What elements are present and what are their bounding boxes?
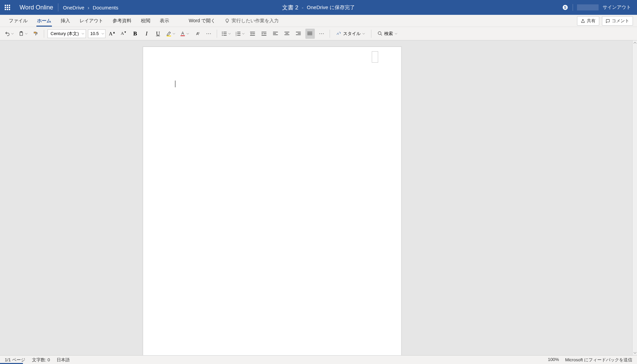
tab-layout[interactable]: レイアウト xyxy=(75,15,108,27)
scroll-down-button[interactable] xyxy=(633,351,637,355)
svg-text:3: 3 xyxy=(236,35,237,36)
separator xyxy=(217,30,217,38)
format-painter-icon xyxy=(33,31,38,36)
chevron-down-icon xyxy=(173,32,175,35)
justify-button[interactable] xyxy=(305,29,315,39)
ellipsis-icon: ⋯ xyxy=(319,30,324,37)
align-left-button[interactable] xyxy=(271,29,280,39)
search-button[interactable]: 検索 xyxy=(375,29,400,39)
skype-button[interactable]: S xyxy=(562,4,569,11)
svg-rect-2 xyxy=(9,5,10,6)
vertical-scrollbar[interactable] xyxy=(632,40,637,355)
user-account-box[interactable] xyxy=(577,4,599,10)
tab-insert[interactable]: 挿入 xyxy=(56,15,75,27)
align-center-button[interactable] xyxy=(282,29,292,39)
svg-rect-37 xyxy=(273,34,278,35)
justify-icon xyxy=(307,31,313,36)
svg-rect-4 xyxy=(7,7,8,8)
underline-button[interactable]: U xyxy=(153,29,163,39)
lightbulb-icon xyxy=(225,19,230,23)
svg-rect-15 xyxy=(180,35,185,36)
comment-button[interactable]: コメント xyxy=(602,16,633,26)
svg-rect-39 xyxy=(285,33,288,34)
signout-link[interactable]: サインアウト xyxy=(603,4,631,10)
open-in-word-button[interactable]: Word で開く xyxy=(184,15,220,27)
chevron-down-icon xyxy=(11,32,14,35)
tab-view[interactable]: 表示 xyxy=(155,15,174,27)
font-name-select[interactable]: Century (本文) xyxy=(48,29,86,38)
chevron-down-icon xyxy=(362,32,365,35)
scroll-up-button[interactable] xyxy=(633,40,637,45)
app-name[interactable]: Word Online xyxy=(15,3,58,11)
svg-text:A: A xyxy=(196,31,199,35)
share-label: 共有 xyxy=(587,18,596,24)
chevron-down-icon xyxy=(633,351,637,355)
styles-icon: A xyxy=(336,31,341,36)
svg-text:A: A xyxy=(181,31,184,36)
font-color-button[interactable]: A xyxy=(179,29,190,39)
svg-rect-26 xyxy=(237,32,241,32)
svg-rect-32 xyxy=(262,32,266,32)
side-tab-handle[interactable] xyxy=(372,51,378,63)
feedback-link[interactable]: Microsoft にフィードバックを送信 xyxy=(565,357,632,363)
svg-rect-42 xyxy=(298,33,301,34)
undo-button[interactable] xyxy=(3,29,15,39)
clear-formatting-button[interactable]: A xyxy=(192,29,202,39)
font-size-select[interactable]: 10.5 xyxy=(88,29,105,38)
separator xyxy=(371,30,371,38)
bullet-list-button[interactable] xyxy=(220,29,232,39)
tell-me-search[interactable]: 実行したい作業を入力 xyxy=(220,15,283,27)
grow-font-button[interactable]: A▲ xyxy=(108,29,117,39)
svg-point-18 xyxy=(222,33,222,34)
bold-button[interactable]: B xyxy=(130,29,140,39)
italic-button[interactable]: I xyxy=(142,29,151,39)
svg-rect-38 xyxy=(284,32,289,32)
decrease-indent-button[interactable] xyxy=(248,29,257,39)
svg-rect-31 xyxy=(250,35,255,36)
chevron-down-icon xyxy=(395,32,397,35)
svg-rect-46 xyxy=(307,34,312,35)
svg-rect-13 xyxy=(166,35,171,36)
align-left-icon xyxy=(273,31,278,36)
svg-rect-41 xyxy=(296,32,301,32)
font-name-value: Century (本文) xyxy=(51,31,79,37)
shrink-font-button[interactable]: A▼ xyxy=(119,29,128,39)
titlebar: Word Online OneDrive › Documents 文書 2 - … xyxy=(0,0,637,15)
increase-indent-icon xyxy=(262,31,267,36)
more-paragraph-options-button[interactable]: ⋯ xyxy=(317,29,326,39)
tab-review[interactable]: 校閲 xyxy=(136,15,155,27)
tab-references[interactable]: 参考資料 xyxy=(108,15,136,27)
styles-button[interactable]: A スタイル xyxy=(333,29,368,39)
word-count[interactable]: 文字数: 0 xyxy=(32,357,50,363)
svg-rect-6 xyxy=(5,9,6,10)
language-status[interactable]: 日本語 xyxy=(57,357,70,363)
highlight-color-button[interactable] xyxy=(165,29,177,39)
titlebar-center: 文書 2 - OneDrive に保存完了 xyxy=(282,4,355,11)
format-painter-button[interactable] xyxy=(31,29,40,39)
document-page[interactable] xyxy=(143,47,401,355)
skype-icon: S xyxy=(562,4,568,10)
numbered-list-button[interactable]: 123 xyxy=(234,29,246,39)
breadcrumb-documents[interactable]: Documents xyxy=(93,5,118,10)
waffle-icon xyxy=(5,5,10,10)
share-button[interactable]: 共有 xyxy=(577,16,599,26)
svg-rect-8 xyxy=(9,9,10,10)
align-right-button[interactable] xyxy=(294,29,303,39)
shrink-font-icon: A▼ xyxy=(121,31,126,36)
svg-text:S: S xyxy=(564,5,566,9)
ribbon-tabs: ファイル ホーム 挿入 レイアウト 参考資料 校閲 表示 Word で開く 実行… xyxy=(0,15,637,27)
titlebar-left: Word Online OneDrive › Documents xyxy=(0,0,118,15)
breadcrumb-onedrive[interactable]: OneDrive xyxy=(63,5,84,10)
more-font-options-button[interactable]: ⋯ xyxy=(204,29,213,39)
tab-file[interactable]: ファイル xyxy=(4,15,32,27)
page-count[interactable]: 1/1 ページ xyxy=(5,357,25,363)
increase-indent-button[interactable] xyxy=(260,29,269,39)
svg-rect-22 xyxy=(223,35,227,36)
status-right: 100% Microsoft にフィードバックを送信 xyxy=(548,357,632,363)
paste-button[interactable] xyxy=(17,29,29,39)
document-name[interactable]: 文書 2 xyxy=(282,4,298,11)
zoom-level[interactable]: 100% xyxy=(548,357,559,363)
tabs-right-group: 共有 コメント xyxy=(577,16,633,26)
tab-home[interactable]: ホーム xyxy=(32,15,56,27)
app-launcher-button[interactable] xyxy=(0,0,15,15)
